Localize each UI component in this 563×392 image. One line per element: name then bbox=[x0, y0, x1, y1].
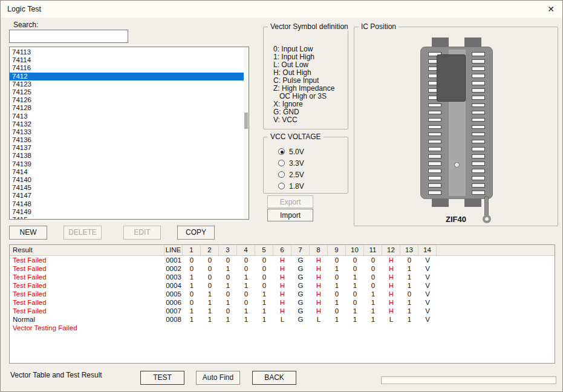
pin-cell: 0 bbox=[255, 264, 273, 273]
export-button[interactable]: Export bbox=[267, 195, 313, 208]
line-cell: 0004 bbox=[164, 281, 183, 290]
pin-slot bbox=[472, 74, 485, 78]
pin-cell: G bbox=[291, 307, 310, 315]
column-header[interactable]: 14 bbox=[418, 245, 437, 255]
list-item[interactable]: 74138 bbox=[10, 152, 249, 160]
title-bar[interactable]: Logic Test ✕ bbox=[1, 1, 562, 18]
column-header[interactable]: 13 bbox=[400, 245, 418, 255]
column-header[interactable]: 9 bbox=[328, 245, 346, 255]
table-row[interactable]: Test Failed000711011HGH011H1V bbox=[10, 307, 555, 315]
table-row[interactable]: Test Failed000410110HGH110H1V bbox=[10, 281, 555, 290]
list-item[interactable]: 74125 bbox=[10, 88, 249, 96]
pin-slot bbox=[472, 162, 485, 166]
delete-button[interactable]: DELETE bbox=[63, 226, 102, 240]
list-item[interactable]: 74123 bbox=[10, 80, 249, 88]
copy-button[interactable]: COPY bbox=[177, 226, 215, 240]
test-button[interactable]: TEST bbox=[140, 371, 184, 385]
column-header[interactable]: 4 bbox=[237, 245, 255, 255]
pin-slot bbox=[428, 191, 441, 195]
search-input[interactable] bbox=[9, 30, 128, 43]
pin-cell: H bbox=[273, 281, 291, 290]
table-row[interactable]: Test Failed000100000HGH000H0V bbox=[10, 256, 555, 264]
pin-cell: 1 bbox=[237, 307, 255, 315]
list-item[interactable]: 74128 bbox=[10, 104, 249, 112]
pin-cell: 0 bbox=[219, 307, 237, 315]
pin-slot bbox=[472, 88, 485, 93]
vcc-option[interactable]: 2.5V bbox=[278, 169, 348, 180]
pin-cell: H bbox=[273, 273, 291, 281]
list-item[interactable]: 74137 bbox=[10, 144, 249, 152]
pin-cell: 0 bbox=[255, 256, 273, 264]
pin-cell: 0 bbox=[364, 264, 382, 273]
back-button[interactable]: BACK bbox=[252, 371, 296, 385]
list-item[interactable]: 74149 bbox=[10, 208, 249, 216]
list-item[interactable]: 7412 bbox=[10, 73, 249, 80]
column-header[interactable]: 12 bbox=[382, 245, 400, 255]
column-header[interactable]: 3 bbox=[219, 245, 237, 255]
pin-cell: 0 bbox=[346, 256, 364, 264]
list-item[interactable]: 74113 bbox=[10, 48, 249, 56]
table-row[interactable]: Test Failed000601101HGH101H1V bbox=[10, 298, 555, 307]
column-header[interactable]: 8 bbox=[310, 245, 328, 255]
scrollbar-thumb[interactable] bbox=[244, 113, 248, 129]
list-item[interactable]: 74140 bbox=[10, 176, 249, 184]
line-cell: 0001 bbox=[164, 256, 183, 264]
vcc-option[interactable]: 1.8V bbox=[278, 180, 348, 192]
edit-button[interactable]: EDIT bbox=[123, 226, 161, 240]
list-item[interactable]: 74116 bbox=[10, 64, 249, 72]
column-header[interactable]: Result bbox=[10, 245, 164, 255]
close-icon[interactable]: ✕ bbox=[543, 2, 559, 16]
list-item[interactable]: 74133 bbox=[10, 128, 249, 136]
pin-cell: 0 bbox=[364, 281, 382, 290]
line-cell: 0005 bbox=[164, 290, 183, 298]
new-button[interactable]: NEW bbox=[9, 226, 47, 240]
column-header[interactable]: 11 bbox=[364, 245, 382, 255]
table-row[interactable]: Vector Testing Failed bbox=[10, 324, 555, 332]
column-header[interactable]: 1 bbox=[183, 245, 201, 255]
table-row[interactable]: Test Failed000501001HGH001H0V bbox=[10, 290, 555, 298]
list-item[interactable]: 74145 bbox=[10, 184, 249, 192]
list-item[interactable]: 7415 bbox=[10, 216, 249, 220]
column-header[interactable]: 7 bbox=[291, 245, 310, 255]
vcc-option[interactable]: 5.0V bbox=[278, 146, 348, 157]
column-header[interactable]: 6 bbox=[273, 245, 291, 255]
pin-cell: 1 bbox=[364, 298, 382, 307]
result-cell: Test Failed bbox=[10, 264, 164, 273]
ic-position-title: IC Position bbox=[359, 22, 399, 31]
pin-cell: 1 bbox=[400, 298, 418, 307]
list-item[interactable]: 74136 bbox=[10, 136, 249, 144]
pin-cell: H bbox=[382, 273, 400, 281]
list-item[interactable]: 74114 bbox=[10, 56, 249, 64]
column-header[interactable]: 5 bbox=[255, 245, 273, 255]
result-cell: Normal bbox=[10, 315, 164, 324]
column-header[interactable]: 10 bbox=[346, 245, 364, 255]
table-row[interactable]: Test Failed000200100HGH100H1V bbox=[10, 264, 555, 273]
list-item[interactable]: 74126 bbox=[10, 96, 249, 104]
list-item[interactable]: 74139 bbox=[10, 160, 249, 168]
column-header[interactable]: LINE bbox=[164, 245, 183, 255]
pin-cell: 0 bbox=[346, 264, 364, 273]
table-row[interactable]: Test Failed000310010HGH010H1V bbox=[10, 273, 555, 281]
pin-slot bbox=[472, 81, 485, 85]
column-header[interactable]: 2 bbox=[201, 245, 219, 255]
list-item[interactable]: 74132 bbox=[10, 120, 249, 128]
pin-slot bbox=[472, 147, 485, 151]
list-item[interactable]: 74148 bbox=[10, 200, 249, 208]
radio-icon bbox=[278, 183, 285, 189]
pin-cell: 1 bbox=[237, 281, 255, 290]
list-item[interactable]: 7413 bbox=[10, 113, 249, 120]
vcc-option-label: 2.5V bbox=[289, 171, 304, 179]
list-item[interactable]: 7414 bbox=[10, 168, 249, 176]
pin-cell: 1 bbox=[201, 290, 219, 298]
pin-cell: V bbox=[418, 256, 437, 264]
ic-list[interactable]: 7411374114741167412741237412574126741287… bbox=[9, 47, 249, 220]
list-item[interactable]: 74147 bbox=[10, 192, 249, 200]
auto-find-button[interactable]: Auto Find bbox=[196, 371, 240, 385]
ic-position-groupbox: IC Position ZIF40 bbox=[354, 27, 558, 226]
progress-bar bbox=[381, 376, 556, 384]
radio-icon bbox=[278, 148, 285, 155]
list-scrollbar[interactable] bbox=[244, 47, 249, 219]
table-row[interactable]: Normal000811111LGL111L1V bbox=[10, 315, 555, 324]
import-button[interactable]: Import bbox=[267, 209, 313, 221]
vcc-option[interactable]: 3.3V bbox=[278, 157, 348, 169]
